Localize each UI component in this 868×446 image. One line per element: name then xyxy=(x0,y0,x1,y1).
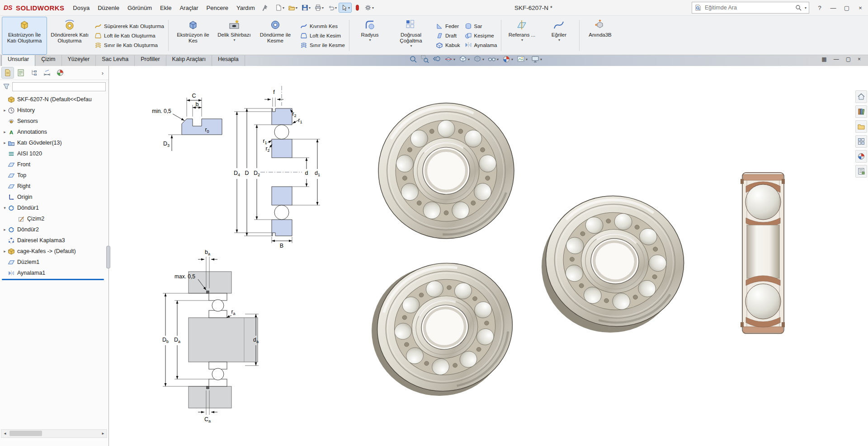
tree-item-history[interactable]: ▸History xyxy=(0,105,108,116)
tree-item-sensors[interactable]: Sensors xyxy=(0,116,108,127)
help-button[interactable]: ? xyxy=(813,1,826,14)
scroll-right-arrow[interactable]: ► xyxy=(99,432,107,436)
fillet-button[interactable]: Radyus ▾ xyxy=(352,17,388,54)
view-settings-button[interactable]: ▾ xyxy=(531,55,542,63)
tab-yuzeyler[interactable]: Yüzeyler xyxy=(62,54,96,66)
tree-item-aynalama1[interactable]: Aynalama1 xyxy=(0,268,108,278)
panel-expand-chevron[interactable]: › xyxy=(99,70,107,76)
close-button[interactable]: × xyxy=(854,1,867,14)
tree-item-cage-kafes[interactable]: ▸cage-Kafes -> (Default) xyxy=(0,246,108,257)
configurationmanager-tab[interactable] xyxy=(28,67,40,78)
tree-item-annotations[interactable]: ▸AAnnotations xyxy=(0,127,108,137)
file-explorer-tab[interactable] xyxy=(855,120,867,133)
select-tool-button[interactable]: ▾ xyxy=(339,3,351,12)
doc-minimize-button[interactable]: — xyxy=(834,56,839,62)
doc-close-button[interactable]: × xyxy=(858,56,861,62)
loft-boss-button[interactable]: Loft ile Katı Oluşturma xyxy=(93,32,166,40)
boundary-cut-button[interactable]: Sınır ile Kesme xyxy=(298,41,347,49)
expand-arrow-icon[interactable]: ▸ xyxy=(2,141,8,145)
menu-yardim[interactable]: Yardım xyxy=(232,2,259,14)
previous-view-button[interactable] xyxy=(433,55,441,63)
search-magnifier-icon[interactable] xyxy=(795,4,802,11)
expand-arrow-icon[interactable]: ▸ xyxy=(2,108,8,113)
doc-restore-button[interactable]: ▢ xyxy=(846,56,851,62)
expand-arrow-icon[interactable]: ▸ xyxy=(2,249,8,254)
propertymanager-tab[interactable] xyxy=(15,67,27,78)
tree-item-dairesel-kaplama3[interactable]: Dairesel Kaplama3 xyxy=(0,235,108,246)
tree-item-dondur2[interactable]: ▸Döndür2 xyxy=(0,224,108,235)
custom-properties-tab[interactable] xyxy=(855,165,867,178)
collapse-arrow-icon[interactable]: ▾ xyxy=(2,206,8,210)
linear-pattern-button[interactable]: Doğrusal Çoğaltma ▾ xyxy=(389,17,433,54)
rebuild-button[interactable] xyxy=(352,3,362,12)
tree-item-right-plane[interactable]: Right xyxy=(0,181,108,192)
menu-pencere[interactable]: Pencere xyxy=(203,2,232,14)
displaymanager-tab[interactable] xyxy=(54,67,66,78)
bearing-section-view[interactable] xyxy=(741,173,785,333)
tree-filter-input[interactable] xyxy=(12,82,106,91)
revolve-boss-button[interactable]: Döndürerek Katı Oluşturma xyxy=(47,17,92,54)
shell-button[interactable]: Kabuk xyxy=(434,41,462,49)
maximize-button[interactable]: ▢ xyxy=(840,1,854,14)
tile-windows-button[interactable]: ▦ xyxy=(821,56,826,62)
edit-appearance-button[interactable]: ▾ xyxy=(502,55,513,63)
menu-dosya[interactable]: Dosya xyxy=(69,2,94,14)
tab-profiller[interactable]: Profiller xyxy=(135,54,166,66)
tree-item-solid-bodies[interactable]: ▸Katı Gövdeler(13) xyxy=(0,137,108,148)
apply-scene-button[interactable]: ▾ xyxy=(517,55,528,63)
menu-araclar[interactable]: Araçlar xyxy=(175,2,202,14)
view-palette-tab[interactable] xyxy=(855,135,867,148)
tree-item-origin[interactable]: Origin xyxy=(0,192,108,202)
featuremanager-tab[interactable] xyxy=(2,67,14,78)
menu-ekle[interactable]: Ekle xyxy=(156,2,175,14)
open-document-button[interactable]: ▾ xyxy=(287,3,299,12)
tab-hesapla[interactable]: Hesapla xyxy=(212,54,245,66)
extrude-cut-button[interactable]: Ekstrüzyon ile Kes xyxy=(171,17,215,54)
zoom-area-button[interactable] xyxy=(421,55,429,63)
expand-arrow-icon[interactable]: ▸ xyxy=(2,227,8,232)
scrollbar-thumb[interactable] xyxy=(9,431,42,436)
options-button[interactable]: ▾ xyxy=(363,3,375,12)
print-button[interactable]: ▾ xyxy=(313,3,325,12)
zoom-fit-button[interactable] xyxy=(409,55,417,63)
new-document-button[interactable]: ▾ xyxy=(274,3,286,12)
tree-horizontal-scrollbar[interactable]: ◄ ► xyxy=(1,429,107,438)
view-orientation-button[interactable]: ▾ xyxy=(459,55,470,63)
resources-tab[interactable] xyxy=(855,90,867,103)
tree-item-duzlem1[interactable]: Düzlem1 xyxy=(0,257,108,268)
search-input[interactable] xyxy=(704,4,793,11)
loft-cut-button[interactable]: Loft ile Kesim xyxy=(298,32,347,40)
undo-button[interactable]: ▾ xyxy=(326,3,338,12)
panel-splitter-handle[interactable] xyxy=(106,246,110,268)
mirror-button[interactable]: Aynalama xyxy=(463,41,499,49)
tree-item-top-plane[interactable]: Top xyxy=(0,170,108,181)
appearances-tab[interactable] xyxy=(855,150,867,163)
tree-root-part[interactable]: SKF-6207-N (Default<<Defau xyxy=(0,94,108,105)
dimxpertmanager-tab[interactable] xyxy=(41,67,53,78)
design-library-tab[interactable] xyxy=(855,105,867,118)
sweep-boss-button[interactable]: Süpürerek Katı Oluşturma xyxy=(93,22,166,30)
scroll-left-arrow[interactable]: ◄ xyxy=(1,432,9,436)
display-style-button[interactable]: ▾ xyxy=(473,55,484,63)
search-box[interactable]: ▾ xyxy=(692,2,809,14)
graphics-area[interactable]: C b min. 0,5 r0 D3 xyxy=(108,66,868,446)
section-view-button[interactable]: ▾ xyxy=(444,55,455,63)
extrude-boss-button[interactable]: Ekstrüzyon İle Katı Oluşturma xyxy=(2,17,47,54)
tab-unsurlar[interactable]: Unsurlar xyxy=(1,54,35,66)
tab-sac-levha[interactable]: Sac Levha xyxy=(96,54,135,66)
reference-geometry-button[interactable]: Referans ... ▾ xyxy=(504,17,540,54)
bearing-3d-bottom[interactable] xyxy=(340,225,550,428)
bearing-3d-top[interactable] xyxy=(359,84,533,258)
tree-item-front-plane[interactable]: Front xyxy=(0,159,108,170)
scrollbar-track[interactable] xyxy=(9,430,99,437)
bearing-3d-right[interactable] xyxy=(510,161,719,361)
swept-cut-button[interactable]: Kıvrımlı Kes xyxy=(298,22,347,30)
revolve-cut-button[interactable]: Döndürme ile Kesme xyxy=(253,17,297,54)
rollback-bar[interactable] xyxy=(2,279,104,280)
tab-kalip-araclari[interactable]: Kalıp Araçları xyxy=(166,54,212,66)
tree-item-material[interactable]: AISI 1020 xyxy=(0,148,108,159)
rib-button[interactable]: Feder xyxy=(434,22,462,30)
tree-item-dondur1[interactable]: ▾Döndür1 xyxy=(0,202,108,213)
tree-item-cizim2[interactable]: Çizim2 xyxy=(0,213,108,224)
menu-duzenle[interactable]: Düzenle xyxy=(94,2,123,14)
